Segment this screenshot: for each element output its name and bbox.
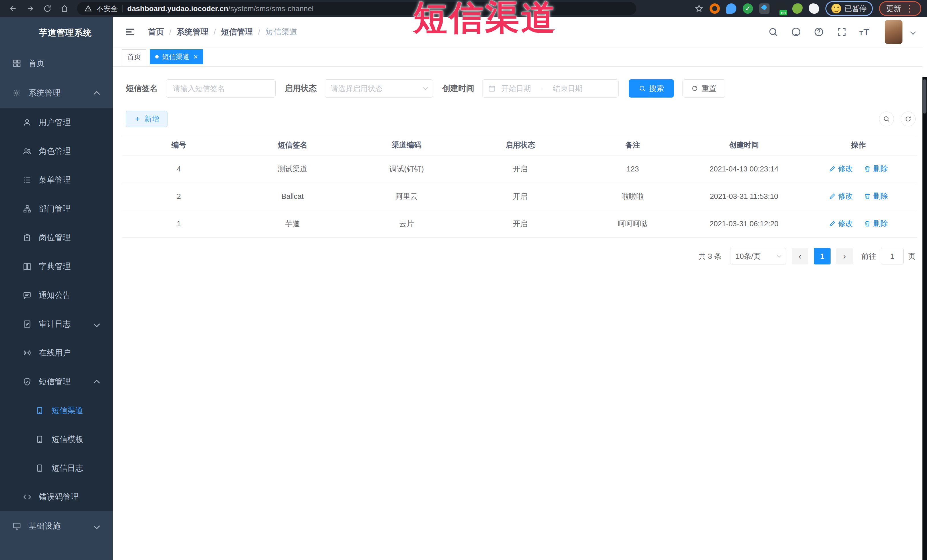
status-select-placeholder: 请选择启用状态 xyxy=(331,83,383,94)
sidebar-item-sms-mgmt[interactable]: 短信管理 xyxy=(0,367,113,396)
extension-icon-drop[interactable] xyxy=(759,3,769,14)
date-range-picker[interactable]: 开始日期 - 结束日期 xyxy=(482,79,619,97)
browser-home-icon[interactable] xyxy=(57,2,72,15)
page-size-select[interactable]: 10条/页 xyxy=(730,248,786,264)
tag-label: 短信渠道 xyxy=(162,52,190,61)
extension-icon-switch[interactable] xyxy=(776,3,786,14)
table-toolbar: 新增 xyxy=(126,111,916,127)
cell-created: 2021-03-31 06:12:20 xyxy=(688,210,800,238)
avatar[interactable] xyxy=(885,20,903,44)
sidebar-item-infrastructure[interactable]: 基础设施 xyxy=(0,511,113,541)
address-bar[interactable]: 不安全 dashboard.yudao.iocoder.cn/system/sm… xyxy=(77,2,636,15)
edit-link[interactable]: 修改 xyxy=(829,219,853,229)
sidebar-item-menu-mgmt[interactable]: 菜单管理 xyxy=(0,165,113,194)
start-date-placeholder: 开始日期 xyxy=(501,83,531,94)
page-number-1[interactable]: 1 xyxy=(814,248,831,264)
signature-input[interactable] xyxy=(166,79,276,97)
table-row: 4 测试渠道 调试(钉钉) 开启 123 2021-04-13 00:23:14… xyxy=(122,155,917,183)
sidebar-item-online-users[interactable]: 在线用户 xyxy=(0,338,113,367)
breadcrumb-item[interactable]: 系统管理 xyxy=(176,27,208,37)
sidebar-logo-row[interactable]: 芋道管理系统 xyxy=(0,17,113,49)
list-icon xyxy=(23,176,31,184)
sidebar-item-role-mgmt[interactable]: 角色管理 xyxy=(0,137,113,165)
edit-link[interactable]: 修改 xyxy=(829,164,853,174)
sidebar-item-label: 首页 xyxy=(29,58,44,69)
sidebar-item-dept-mgmt[interactable]: 部门管理 xyxy=(0,194,113,223)
cell-remark: 呵呵呵哒 xyxy=(577,210,688,238)
phone-icon xyxy=(35,464,44,472)
browser-forward-icon[interactable] xyxy=(23,2,38,15)
refresh-table-button[interactable] xyxy=(901,112,916,126)
sidebar-item-audit-log[interactable]: 审计日志 xyxy=(0,310,113,338)
sidebar-item-sms-log[interactable]: 短信日志 xyxy=(0,454,113,483)
status-select[interactable]: 请选择启用状态 xyxy=(325,79,433,97)
range-separator: - xyxy=(537,84,547,93)
extension-icon-puzzle[interactable] xyxy=(809,3,819,14)
delete-link[interactable]: 删除 xyxy=(864,191,888,201)
search-button[interactable]: 搜索 xyxy=(629,79,674,97)
sidebar-item-notice[interactable]: 通知公告 xyxy=(0,281,113,310)
sidebar-item-sms-template[interactable]: 短信模板 xyxy=(0,425,113,454)
add-button[interactable]: 新增 xyxy=(126,111,167,127)
pagination: 共 3 条 10条/页 ‹ 1 › 前往 页 xyxy=(122,248,917,264)
browser-back-icon[interactable] xyxy=(6,2,21,15)
sidebar-item-dict-mgmt[interactable]: 字典管理 xyxy=(0,252,113,281)
breadcrumb-item[interactable]: 首页 xyxy=(148,27,164,37)
breadcrumb-separator: / xyxy=(214,27,216,36)
sidebar-item-home[interactable]: 首页 xyxy=(0,49,113,78)
tag-sms-channel[interactable]: 短信渠道 × xyxy=(150,49,203,64)
sidebar-item-error-code[interactable]: 错误码管理 xyxy=(0,483,113,511)
paused-extension-pill[interactable]: 已暂停 xyxy=(825,1,873,16)
scrollbar-track xyxy=(922,77,927,560)
hamburger-icon[interactable] xyxy=(125,27,135,37)
extension-icon-check[interactable]: ✓ xyxy=(743,3,753,14)
avatar-caret-icon[interactable] xyxy=(910,29,916,35)
fullscreen-icon[interactable] xyxy=(837,27,847,37)
goto-page-input[interactable] xyxy=(881,248,904,264)
search-button-label: 搜索 xyxy=(649,83,664,94)
cell-signature: 测试渠道 xyxy=(236,155,350,183)
sidebar-item-post-mgmt[interactable]: 岗位管理 xyxy=(0,223,113,252)
sidebar-item-system-mgmt[interactable]: 系统管理 xyxy=(0,78,113,108)
reset-button[interactable]: 重置 xyxy=(682,79,725,97)
extension-icon-orange[interactable] xyxy=(710,3,720,14)
browser-update-button[interactable]: 更新 ⋮ xyxy=(879,1,921,16)
tag-home[interactable]: 首页 xyxy=(122,49,146,64)
github-icon[interactable] xyxy=(791,27,801,37)
close-icon[interactable]: × xyxy=(193,53,198,61)
font-size-icon[interactable]: TT xyxy=(859,27,869,38)
sidebar-item-sms-channel[interactable]: 短信渠道 xyxy=(0,396,113,425)
bookmark-star-icon[interactable] xyxy=(695,4,703,13)
app-logo xyxy=(14,24,32,42)
cell-signature: Ballcat xyxy=(236,183,350,210)
chevron-down-icon xyxy=(94,523,100,530)
cell-created: 2021-03-31 11:53:10 xyxy=(688,183,800,210)
paused-label: 已暂停 xyxy=(845,4,867,14)
browser-menu-icon[interactable]: ⋮ xyxy=(905,4,914,13)
help-icon[interactable] xyxy=(814,27,824,37)
cell-remark: 啦啦啦 xyxy=(577,183,688,210)
breadcrumb-item[interactable]: 短信管理 xyxy=(221,27,253,37)
delete-link[interactable]: 删除 xyxy=(864,164,888,174)
column-header-id: 编号 xyxy=(122,135,236,155)
sidebar-item-label: 短信管理 xyxy=(39,376,71,387)
search-icon[interactable] xyxy=(768,27,778,37)
table-row: 2 Ballcat 阿里云 开启 啦啦啦 2021-03-31 11:53:10… xyxy=(122,183,917,210)
sidebar-item-user-mgmt[interactable]: 用户管理 xyxy=(0,108,113,137)
cell-code: 云片 xyxy=(350,210,464,238)
extension-icon-plant[interactable] xyxy=(792,3,802,14)
delete-link[interactable]: 删除 xyxy=(864,219,888,229)
plus-icon xyxy=(134,115,141,122)
page-scrollbar[interactable] xyxy=(922,34,927,560)
scrollbar-thumb[interactable] xyxy=(923,79,926,114)
next-page-button[interactable]: › xyxy=(836,248,853,264)
cell-code: 调试(钉钉) xyxy=(350,155,464,183)
prev-page-button[interactable]: ‹ xyxy=(792,248,808,264)
extension-icon-pin[interactable] xyxy=(726,3,736,14)
calendar-icon xyxy=(488,85,495,92)
browser-reload-icon[interactable] xyxy=(40,2,55,15)
sidebar-filler xyxy=(0,541,113,560)
toggle-search-button[interactable] xyxy=(879,112,894,126)
sidebar-item-label: 字典管理 xyxy=(39,261,71,272)
edit-link[interactable]: 修改 xyxy=(829,191,853,201)
